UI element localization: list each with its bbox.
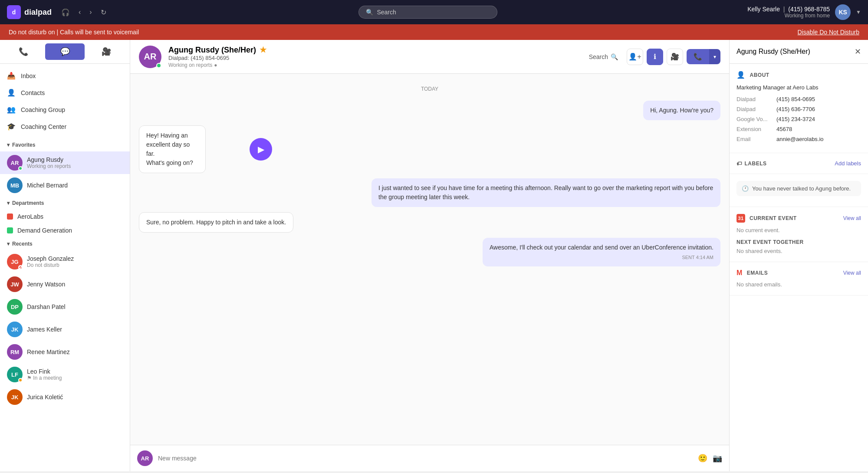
googlevp-label: Google Vo... xyxy=(736,116,771,122)
joseph-gonzalez-status: Do not disturb xyxy=(27,262,123,268)
agung-rusdy-info: Agung Rusdy Working on reports xyxy=(27,156,123,169)
avatar-darshan-patel: DP xyxy=(7,299,23,315)
sidebar-item-contacts[interactable]: 👤 Contacts xyxy=(0,84,130,101)
message-input[interactable] xyxy=(158,455,693,462)
coaching-group-icon: 👥 xyxy=(7,105,16,114)
status-indicator-icon: ● xyxy=(214,62,217,68)
avatar-joseph-gonzalez: JG ⊘ xyxy=(7,254,23,269)
add-contact-button[interactable]: 👤+ xyxy=(627,49,643,65)
global-search-bar[interactable]: 🔍 Search xyxy=(358,6,497,19)
googlevp-value: (415) 234-3724 xyxy=(776,116,815,122)
agung-rusdy-name: Agung Rusdy xyxy=(27,156,123,163)
coaching-center-icon: 🎓 xyxy=(7,122,16,131)
contact-jenny-watson[interactable]: JW Jenny Watson xyxy=(0,273,130,296)
sidebar-item-coaching-group[interactable]: 👥 Coaching Group xyxy=(0,101,130,118)
logo-text: dialpad xyxy=(24,8,52,17)
chevron-down-icon[interactable]: ▼ xyxy=(856,9,861,15)
jenny-watson-name: Jenny Watson xyxy=(27,281,123,288)
dept-demand-generation[interactable]: Demand Generation xyxy=(0,223,130,237)
dialpad2-label: Dialpad xyxy=(736,106,771,112)
labels-section: 🏷 LABELS Add labels xyxy=(730,153,868,174)
email-row: Email annie@aerolabs.io xyxy=(736,136,861,142)
back-icon[interactable]: ‹ xyxy=(76,6,83,19)
contact-james-keller[interactable]: JK James Keller xyxy=(0,318,130,341)
renee-martinez-info: Renee Martinez xyxy=(27,348,123,355)
headset-icon[interactable]: 🎧 xyxy=(59,6,72,19)
top-navigation: d dialpad 🎧 ‹ › ↻ 🔍 Search Kelly Searle … xyxy=(0,0,868,24)
add-labels-button[interactable]: Add labels xyxy=(835,160,861,167)
message-3: I just wanted to see if you have time fo… xyxy=(372,178,720,207)
dnd-banner: Do not disturb on | Calls will be sent t… xyxy=(0,24,868,40)
contact-joseph-gonzalez[interactable]: JG ⊘ Joseph Gonzalez Do not disturb xyxy=(0,250,130,273)
video-call-button[interactable]: 🎥 xyxy=(667,49,683,65)
labels-icon: 🏷 xyxy=(736,161,742,167)
refresh-icon[interactable]: ↻ xyxy=(98,6,109,19)
jurica-koletic-name: Jurica Koletić xyxy=(27,394,123,401)
avatar-leo-fink: LF xyxy=(7,367,23,382)
dnd-message: Do not disturb on | Calls will be sent t… xyxy=(9,29,139,36)
inbox-icon: 📥 xyxy=(7,72,16,80)
sidebar-nav: 📥 Inbox 👤 Contacts 👥 Coaching Group 🎓 Co… xyxy=(0,64,130,138)
leo-fink-name: Leo Fink xyxy=(27,368,123,375)
contact-jurica-koletic[interactable]: JK Jurica Koletić xyxy=(0,386,130,408)
disable-dnd-link[interactable]: Disable Do Not Disturb xyxy=(798,29,859,36)
chat-header-info: Agung Rusdy (She/Her) ★ Dialpad: (415) 8… xyxy=(168,45,577,68)
chat-search-button[interactable]: Search 🔍 xyxy=(584,51,623,63)
play-button[interactable]: ▶ xyxy=(250,138,272,161)
favorites-header[interactable]: ▾ Favorites xyxy=(0,138,130,151)
info-button[interactable]: ℹ xyxy=(647,49,663,65)
star-icon[interactable]: ★ xyxy=(260,45,266,55)
call-button[interactable]: 📞 xyxy=(687,49,709,64)
message-input-area: AR 🙂 📷 xyxy=(130,445,729,471)
demand-gen-dot xyxy=(7,227,13,233)
camera-button[interactable]: 📷 xyxy=(713,453,722,463)
leo-fink-info: Leo Fink ⚑ In a meeting xyxy=(27,368,123,381)
job-title: Marketing Manager at Aero Labs xyxy=(736,84,861,91)
online-status-dot xyxy=(18,166,23,171)
aerolabs-label: AeroLabs xyxy=(17,213,43,220)
chat-online-dot xyxy=(156,63,161,68)
calendar-icon: 31 xyxy=(736,214,745,223)
dialpad2-value: (415) 636-7706 xyxy=(776,106,815,112)
close-panel-button[interactable]: ✕ xyxy=(855,47,861,56)
avatar-jurica-koletic: JK xyxy=(7,389,23,405)
recents-header[interactable]: ▾ Recents xyxy=(0,237,130,250)
sidebar-item-coaching-center[interactable]: 🎓 Coaching Center xyxy=(0,118,130,135)
james-keller-info: James Keller xyxy=(27,326,123,333)
tab-calls[interactable]: 📞 xyxy=(3,43,43,60)
emoji-button[interactable]: 🙂 xyxy=(698,453,707,463)
darshan-patel-name: Darshan Patel xyxy=(27,303,123,310)
message-5-timestamp: SENT 4:14 AM xyxy=(490,254,713,261)
nav-right: Kelly Searle | (415) 968-8785 Working fr… xyxy=(747,4,861,20)
leo-fink-status: ⚑ In a meeting xyxy=(27,375,123,381)
dept-aerolabs[interactable]: AeroLabs xyxy=(0,210,130,223)
tab-video[interactable]: 🎥 xyxy=(86,43,126,60)
clock-icon: 🕐 xyxy=(742,185,749,192)
avatar-james-keller: JK xyxy=(7,322,23,337)
contact-michel-bernard[interactable]: MB Michel Bernard xyxy=(0,174,130,197)
emails-view-all-button[interactable]: View all xyxy=(843,270,861,276)
tab-messages[interactable]: 💬 xyxy=(45,43,85,60)
favorites-label: Favorites xyxy=(12,142,35,148)
chat-header-actions: Search 🔍 👤+ ℹ 🎥 📞 ▾ xyxy=(584,49,720,65)
contacts-icon: 👤 xyxy=(7,89,16,97)
message-4: Sure, no problem. Happy to pitch in and … xyxy=(139,212,293,233)
call-options-button[interactable]: ▾ xyxy=(709,49,720,64)
jenny-watson-info: Jenny Watson xyxy=(27,281,123,288)
contact-agung-rusdy[interactable]: AR Agung Rusdy Working on reports xyxy=(0,151,130,174)
extension-row: Extension 45678 xyxy=(736,126,861,132)
departments-header[interactable]: ▾ Departments xyxy=(0,197,130,210)
right-panel-header: Agung Rusdy (She/Her) ✕ xyxy=(730,40,868,64)
avatar[interactable]: KS xyxy=(835,4,851,20)
contact-renee-martinez[interactable]: RM Renee Martinez xyxy=(0,341,130,363)
forward-icon[interactable]: › xyxy=(87,6,94,19)
sidebar-item-inbox[interactable]: 📥 Inbox xyxy=(0,67,130,84)
current-event-view-all-button[interactable]: View all xyxy=(843,215,861,221)
user-name: Kelly Searle | (415) 968-8785 xyxy=(747,6,830,13)
demand-gen-label: Demand Generation xyxy=(17,227,72,234)
contact-darshan-patel[interactable]: DP Darshan Patel xyxy=(0,296,130,318)
contact-leo-fink[interactable]: LF Leo Fink ⚑ In a meeting xyxy=(0,363,130,386)
dialpad2-row: Dialpad (415) 636-7706 xyxy=(736,106,861,112)
about-section: 👤 ABOUT Marketing Manager at Aero Labs D… xyxy=(730,64,868,153)
history-section: 🕐 You have never talked to Agung before. xyxy=(730,174,868,207)
